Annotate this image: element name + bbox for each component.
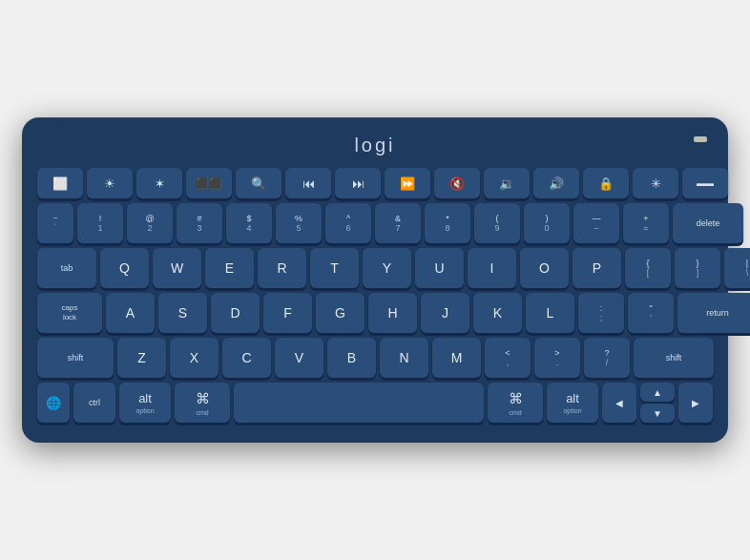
key-alt-right[interactable]: alt option [547,383,598,423]
key-tab[interactable]: tab [37,248,96,288]
key-v[interactable]: V [275,338,323,378]
key-arrow-down[interactable]: ▼ [640,404,675,423]
key-minus[interactable]: — – [573,203,619,243]
key-j[interactable]: J [421,293,469,333]
key-m[interactable]: M [432,338,481,378]
key-c[interactable]: C [222,338,271,378]
key-period[interactable]: > . [534,338,580,378]
key-6[interactable]: ^ 6 [325,203,371,243]
key-n[interactable]: N [380,338,428,378]
key-play-pause[interactable]: ⏭ [335,168,381,198]
asdf-row: capslock A S D F G H J K L : ; " ' retur… [37,293,713,333]
key-screen[interactable]: ⬜ [37,168,83,198]
led-indicator [694,136,707,142]
key-bright[interactable]: ✶ [136,168,182,198]
key-slash[interactable]: ? / [584,338,630,378]
key-2[interactable]: @ 2 [127,203,173,243]
key-g[interactable]: G [316,293,365,333]
key-mute[interactable]: 🔇 [434,168,480,198]
key-bracket-right[interactable]: } ] [675,248,720,288]
key-equals[interactable]: + = [623,203,669,243]
key-comma[interactable]: < , [485,338,531,378]
key-h[interactable]: H [368,293,417,333]
key-k[interactable]: K [473,293,522,333]
key-y[interactable]: Y [363,248,411,288]
key-o[interactable]: O [520,248,569,288]
key-8[interactable]: * 8 [425,203,470,243]
key-space[interactable] [234,383,484,423]
bottom-row: 🌐 ctrl alt option ⌘ cmd ⌘ cmd alt option [37,383,713,423]
key-b[interactable]: B [327,338,376,378]
key-9[interactable]: ( 9 [474,203,520,243]
key-battery[interactable]: ▬▬ [682,168,728,198]
key-t[interactable]: T [310,248,359,288]
key-globe[interactable]: 🌐 [37,383,70,423]
key-vol-up[interactable]: 🔊 [533,168,579,198]
key-shift-right[interactable]: shift [634,338,714,378]
key-3[interactable]: # 3 [177,203,222,243]
key-r[interactable]: R [258,248,306,288]
key-s[interactable]: S [158,293,207,333]
key-l[interactable]: L [526,293,574,333]
key-keyboard-toggle[interactable]: ⬛⬛ [186,168,232,198]
brand-logo: logi [37,135,713,156]
key-cmd-right[interactable]: ⌘ cmd [488,383,543,423]
key-shift-left[interactable]: shift [37,338,114,378]
key-rewind[interactable]: ⏮ [285,168,331,198]
key-4[interactable]: $ 4 [226,203,272,243]
key-i[interactable]: I [468,248,516,288]
key-arrow-right[interactable]: ▶ [678,383,713,423]
fn-row: ⬜ ☀ ✶ ⬛⬛ 🔍 ⏮ ⏭ ⏩ 🔇 🔉 🔊 🔒 ✳ ▬▬ [37,168,713,198]
key-p[interactable]: P [573,248,621,288]
key-quote[interactable]: " ' [628,293,674,333]
key-semicolon[interactable]: : ; [578,293,624,333]
key-d[interactable]: D [211,293,260,333]
key-alt-left[interactable]: alt option [119,383,171,423]
key-delete[interactable]: delete [673,203,743,243]
key-0[interactable]: ) 0 [524,203,570,243]
key-lock[interactable]: 🔒 [583,168,629,198]
key-x[interactable]: X [170,338,219,378]
key-ctrl[interactable]: ctrl [73,383,115,423]
key-cmd-left[interactable]: ⌘ cmd [175,383,230,423]
key-arrow-up[interactable]: ▲ [640,383,675,402]
key-bracket-left[interactable]: { [ [625,248,671,288]
key-q[interactable]: Q [100,248,149,288]
keyboard: logi ⬜ ☀ ✶ ⬛⬛ 🔍 ⏮ ⏭ ⏩ 🔇 🔉 🔊 🔒 ✳ ▬▬ ~ ` !… [22,117,728,443]
key-a[interactable]: A [106,293,155,333]
key-backslash[interactable]: | \ [724,248,750,288]
key-u[interactable]: U [415,248,464,288]
key-vol-down[interactable]: 🔉 [484,168,530,198]
key-z[interactable]: Z [117,338,166,378]
qwerty-row: tab Q W E R T Y U I O P { [ } ] | \ [37,248,713,288]
key-e[interactable]: E [205,248,254,288]
key-bluetooth[interactable]: ✳ [633,168,678,198]
key-w[interactable]: W [153,248,201,288]
zxcv-row: shift Z X C V B N M < , > . ? / shift [37,338,713,378]
num-row: ~ ` ! 1 @ 2 # 3 $ 4 [37,203,713,243]
key-ffwd[interactable]: ⏩ [385,168,430,198]
key-arrow-left[interactable]: ◀ [602,383,636,423]
key-dim[interactable]: ☀ [87,168,133,198]
key-search[interactable]: 🔍 [236,168,281,198]
key-5[interactable]: % 5 [276,203,322,243]
key-caps-lock[interactable]: capslock [37,293,102,333]
arrow-up-down-group: ▲ ▼ [640,383,675,423]
key-f[interactable]: F [263,293,312,333]
key-tilde[interactable]: ~ ` [37,203,73,243]
key-7[interactable]: & 7 [375,203,421,243]
key-return[interactable]: return [677,293,750,333]
key-1[interactable]: ! 1 [77,203,123,243]
